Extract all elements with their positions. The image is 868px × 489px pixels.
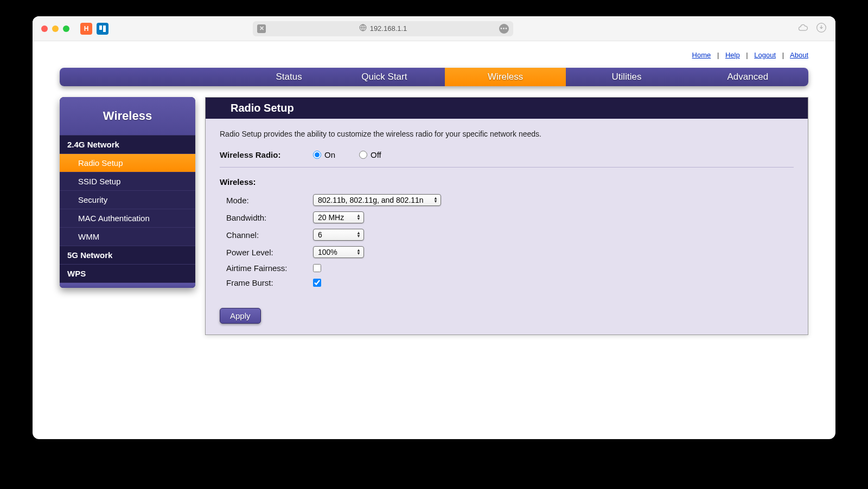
site-info-icon[interactable] [359, 24, 367, 33]
label-bandwidth: Bandwidth: [220, 213, 313, 222]
sidebar-item-wps[interactable]: WPS [60, 264, 195, 282]
checkbox-frame-burst[interactable] [313, 279, 321, 287]
content-title: Radio Setup [206, 98, 808, 119]
nav-quick-start[interactable]: Quick Start [324, 68, 445, 86]
sidebar-footer [60, 282, 195, 288]
top-links: Home | Help | Logout | About [60, 47, 808, 68]
nav-status[interactable]: Status [60, 68, 324, 86]
extension-icon-trello[interactable] [97, 23, 108, 35]
stop-reload-icon[interactable]: ✕ [257, 24, 266, 33]
sidebar-item-mac-auth[interactable]: MAC Authentication [60, 209, 195, 227]
select-mode[interactable]: 802.11b, 802.11g, and 802.11n [313, 194, 441, 206]
address-bar[interactable]: ✕ 192.168.1.1 ••• [253, 21, 513, 36]
address-text: 192.168.1.1 [370, 24, 407, 33]
browser-toolbar: H ✕ 192.168.1.1 ••• [33, 16, 835, 41]
extension-icon-h[interactable]: H [80, 23, 92, 35]
sidebar-item-security[interactable]: Security [60, 190, 195, 209]
radio-off-wrapper[interactable]: Off [359, 150, 381, 159]
sidebar-item-radio-setup[interactable]: Radio Setup [60, 153, 195, 172]
select-power-level[interactable]: 100% [313, 246, 364, 258]
link-help[interactable]: Help [725, 51, 740, 59]
page-content: Home | Help | Logout | About Status Quic… [33, 41, 835, 346]
icloud-tabs-icon[interactable] [797, 22, 808, 35]
content-description: Radio Setup provides the ability to cust… [220, 130, 794, 138]
page-settings-icon[interactable]: ••• [499, 24, 509, 34]
radio-on-label: On [324, 150, 335, 159]
label-channel: Channel: [220, 230, 313, 240]
link-home[interactable]: Home [692, 51, 711, 59]
sidebar-group-24g[interactable]: 2.4G Network [60, 135, 195, 153]
nav-wireless[interactable]: Wireless [445, 68, 566, 86]
select-bandwidth[interactable]: 20 MHz [313, 211, 364, 223]
window-controls [41, 25, 69, 32]
nav-utilities[interactable]: Utilities [566, 68, 687, 86]
label-wireless-radio: Wireless Radio: [220, 150, 313, 159]
sidebar-item-wmm[interactable]: WMM [60, 227, 195, 246]
label-frame-burst: Frame Burst: [220, 278, 313, 287]
sidebar-item-ssid-setup[interactable]: SSID Setup [60, 172, 195, 190]
heading-wireless: Wireless: [220, 177, 794, 186]
sidebar-title: Wireless [60, 97, 195, 135]
label-mode: Mode: [220, 196, 313, 205]
label-airtime-fairness: Airtime Fairness: [220, 263, 313, 273]
select-channel[interactable]: 6 [313, 229, 364, 241]
maximize-window-icon[interactable] [63, 25, 69, 32]
sidebar: Wireless 2.4G Network Radio Setup SSID S… [60, 97, 195, 288]
radio-on[interactable] [313, 151, 321, 159]
separator: | [782, 51, 784, 59]
separator: | [746, 51, 748, 59]
minimize-window-icon[interactable] [52, 25, 59, 32]
content-panel: Radio Setup Radio Setup provides the abi… [205, 97, 808, 335]
radio-off[interactable] [359, 151, 367, 159]
apply-button[interactable]: Apply [220, 308, 261, 324]
checkbox-airtime-fairness[interactable] [313, 264, 321, 272]
close-window-icon[interactable] [41, 25, 48, 32]
separator: | [717, 51, 719, 59]
browser-window: H ✕ 192.168.1.1 ••• Home | Help [33, 16, 835, 439]
link-about[interactable]: About [790, 51, 808, 59]
divider [220, 167, 794, 168]
downloads-icon[interactable] [816, 22, 827, 35]
main-nav: Status Quick Start Wireless Utilities Ad… [60, 68, 808, 86]
radio-on-wrapper[interactable]: On [313, 150, 335, 159]
label-power-level: Power Level: [220, 248, 313, 257]
nav-advanced[interactable]: Advanced [687, 68, 808, 86]
radio-off-label: Off [371, 150, 381, 159]
link-logout[interactable]: Logout [754, 51, 776, 59]
sidebar-group-5g[interactable]: 5G Network [60, 246, 195, 264]
